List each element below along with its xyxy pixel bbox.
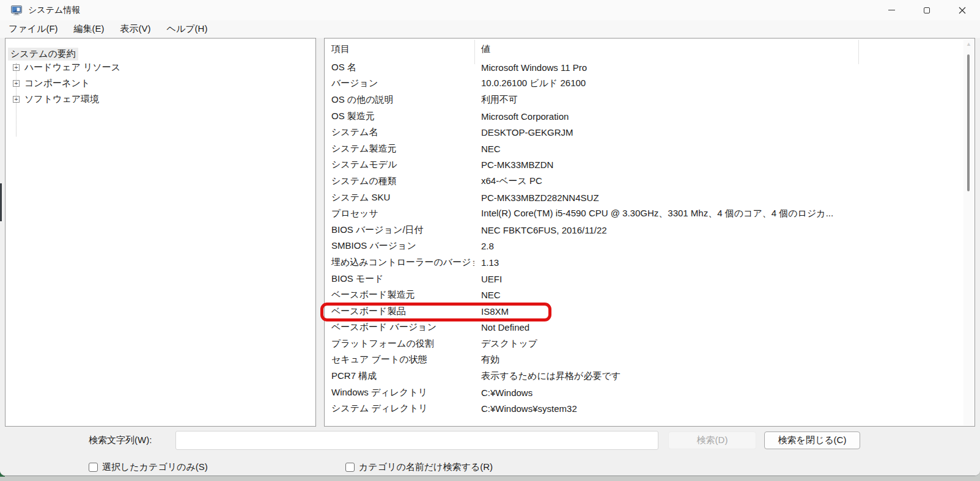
item-cell: バージョン	[325, 78, 474, 89]
value-cell: 利用不可	[474, 94, 518, 106]
value-cell: x64-ベース PC	[474, 175, 542, 187]
maximize-button[interactable]	[909, 0, 945, 20]
value-cell: 有効	[474, 354, 499, 365]
item-cell: システム ディレクトリ	[325, 403, 474, 414]
checkbox-icon[interactable]	[89, 463, 98, 472]
item-cell: システムモデル	[325, 159, 474, 171]
list-header: 項目 値	[325, 39, 974, 59]
value-cell: NEC FBKTC6FUS, 2016/11/22	[474, 225, 607, 235]
item-cell: ベースボード製造元	[325, 289, 474, 301]
table-row[interactable]: システム ディレクトリ C:¥Windows¥system32	[325, 400, 974, 417]
table-row[interactable]: BIOS モード UEFI	[325, 271, 974, 287]
item-cell: システムの種類	[325, 175, 474, 187]
menu-edit[interactable]: 編集(E)	[67, 21, 112, 37]
minimize-icon	[888, 10, 895, 10]
vertical-scrollbar[interactable]: ▲	[963, 39, 974, 425]
item-cell: 埋め込みコントローラーのバージョン	[325, 257, 474, 268]
value-cell: IS8XM	[474, 306, 509, 317]
search-string-label: 検索文字列(W):	[89, 435, 152, 446]
table-row[interactable]: システムモデル PC-MK33MBZDN	[325, 157, 974, 174]
close-find-button[interactable]: 検索を閉じる(C)	[764, 431, 860, 449]
table-row[interactable]: システム SKU PC-MK33MBZD282NN4SUZ	[325, 189, 974, 206]
item-cell: BIOS モード	[325, 273, 474, 285]
item-cell: OS の他の説明	[325, 94, 474, 106]
checkbox-category-names-only[interactable]: カテゴリの名前だけ検索する(R)	[345, 461, 493, 473]
value-cell: DESKTOP-GEKGRJM	[474, 127, 573, 138]
expand-plus-icon[interactable]: +	[13, 64, 20, 71]
table-row[interactable]: システムの種類 x64-ベース PC	[325, 173, 974, 189]
item-cell: ベースボード バージョン	[325, 321, 474, 333]
table-row[interactable]: OS の他の説明 利用不可	[325, 92, 974, 108]
table-row[interactable]: Windows ディレクトリ C:¥Windows	[325, 384, 974, 401]
search-input[interactable]	[175, 431, 658, 450]
value-cell: 1.13	[474, 257, 499, 268]
value-cell: 2.8	[474, 241, 494, 251]
tree-item-hardware-resources[interactable]: + ハードウェア リソース	[13, 62, 120, 73]
expand-plus-icon[interactable]: +	[13, 80, 20, 87]
search-bar: 検索文字列(W): 検索(D) 検索を閉じる(C) 選択したカテゴリのみ(S) …	[0, 427, 980, 476]
details-list-pane: 項目 値 OS 名 Microsoft Windows 11 Pro バージョン…	[324, 38, 975, 427]
checkbox-category-names-label: カテゴリの名前だけ検索する(R)	[359, 461, 493, 473]
table-row[interactable]: PCR7 構成 表示するためには昇格が必要です	[325, 368, 974, 384]
category-tree-pane: システムの要約 + ハードウェア リソース + コンポーネント + ソフトウェア…	[5, 38, 316, 427]
value-cell: デスクトップ	[474, 338, 537, 350]
close-button[interactable]	[945, 0, 980, 20]
checkbox-icon[interactable]	[345, 463, 355, 472]
minimize-button[interactable]	[874, 0, 909, 20]
item-cell: システム名	[325, 127, 474, 138]
close-icon	[959, 7, 966, 14]
background-window-sliver	[0, 183, 2, 221]
table-row[interactable]: プロセッサ Intel(R) Core(TM) i5-4590 CPU @ 3.…	[325, 205, 974, 222]
system-information-window: システム情報 ファイル(F) 編集(E) 表示(V) ヘルプ(H) システムの要…	[0, 0, 980, 476]
desktop-background: システム情報 ファイル(F) 編集(E) 表示(V) ヘルプ(H) システムの要…	[0, 0, 980, 481]
item-cell: システム SKU	[325, 192, 474, 204]
table-row[interactable]: バージョン 10.0.26100 ビルド 26100	[325, 76, 974, 92]
table-row[interactable]: OS 製造元 Microsoft Corporation	[325, 108, 974, 125]
column-header-item[interactable]: 項目	[331, 43, 350, 55]
menu-view[interactable]: 表示(V)	[113, 21, 158, 37]
tree-item-software-environment[interactable]: + ソフトウェア環境	[13, 94, 99, 105]
table-row[interactable]: プラットフォームの役割 デスクトップ	[325, 336, 974, 352]
value-cell: PC-MK33MBZDN	[474, 160, 553, 170]
table-row[interactable]: BIOS バージョン/日付 NEC FBKTC6FUS, 2016/11/22	[325, 222, 974, 238]
table-row[interactable]: セキュア ブートの状態 有効	[325, 352, 974, 369]
value-cell: 表示するためには昇格が必要です	[474, 370, 621, 382]
item-cell: OS 製造元	[325, 111, 474, 122]
menubar: ファイル(F) 編集(E) 表示(V) ヘルプ(H)	[0, 20, 980, 38]
item-cell: Windows ディレクトリ	[325, 387, 474, 398]
checkbox-selected-category-label: 選択したカテゴリのみ(S)	[102, 461, 208, 473]
value-cell: C:¥Windows¥system32	[474, 403, 577, 414]
find-button[interactable]: 検索(D)	[668, 431, 756, 449]
tree-item-components[interactable]: + コンポーネント	[13, 78, 90, 89]
msinfo32-app-icon	[11, 6, 22, 15]
table-row[interactable]: システム製造元 NEC	[325, 141, 974, 157]
tree-item-system-summary[interactable]: システムの要約	[8, 48, 78, 61]
value-cell: Microsoft Windows 11 Pro	[474, 62, 587, 73]
value-cell: Not Defined	[474, 322, 529, 332]
maximize-icon	[924, 7, 930, 13]
value-cell: 10.0.26100 ビルド 26100	[474, 78, 586, 89]
value-cell: C:¥Windows	[474, 387, 532, 398]
table-row[interactable]: ベースボード製造元 NEC	[325, 287, 974, 303]
scrollbar-thumb[interactable]	[967, 54, 970, 191]
table-row[interactable]: 埋め込みコントローラーのバージョン 1.13	[325, 254, 974, 271]
item-cell: プロセッサ	[325, 208, 474, 219]
item-cell: OS 名	[325, 62, 474, 73]
table-row[interactable]: OS 名 Microsoft Windows 11 Pro	[325, 59, 974, 76]
menu-help[interactable]: ヘルプ(H)	[160, 21, 215, 37]
column-header-value[interactable]: 値	[481, 43, 490, 55]
item-cell: PCR7 構成	[325, 370, 474, 382]
item-cell: SMBIOS バージョン	[325, 240, 474, 252]
table-row[interactable]: ベースボード バージョン Not Defined	[325, 320, 974, 336]
expand-plus-icon[interactable]: +	[13, 96, 20, 103]
item-cell: ベースボード製品	[325, 306, 474, 317]
checkbox-selected-category[interactable]: 選択したカテゴリのみ(S)	[89, 461, 208, 473]
table-row[interactable]: ベースボード製品 IS8XM	[325, 303, 974, 320]
table-row[interactable]: SMBIOS バージョン 2.8	[325, 238, 974, 255]
table-row[interactable]: システム名 DESKTOP-GEKGRJM	[325, 124, 974, 141]
value-cell: PC-MK33MBZD282NN4SUZ	[474, 193, 599, 203]
window-title: システム情報	[28, 5, 80, 16]
menu-file[interactable]: ファイル(F)	[1, 21, 65, 37]
table-body: OS 名 Microsoft Windows 11 Pro バージョン 10.0…	[325, 59, 974, 417]
scroll-up-icon[interactable]: ▲	[963, 41, 974, 47]
